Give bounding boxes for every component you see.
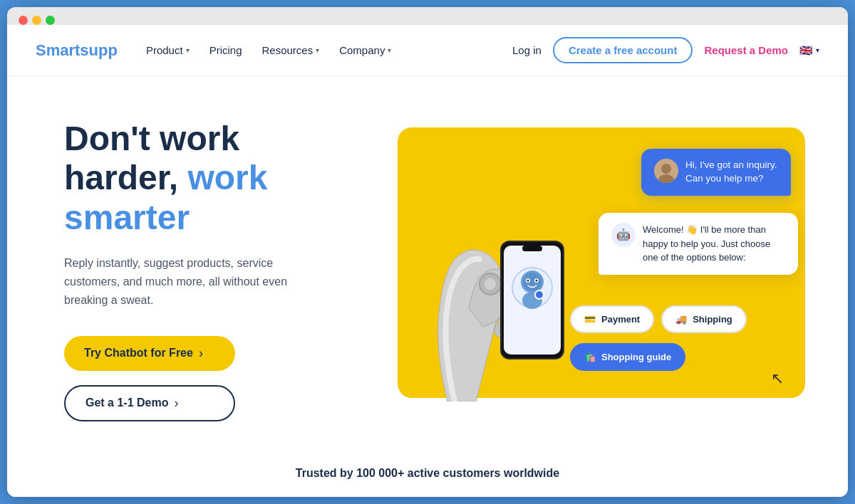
create-account-button[interactable]: Create a free account <box>553 37 693 63</box>
nav-resources[interactable]: Resources ▾ <box>261 44 319 56</box>
nav-actions: Log in Create a free account Request a D… <box>512 37 819 63</box>
shipping-icon: 🚚 <box>675 314 687 325</box>
arrow-right-icon: › <box>174 396 178 411</box>
browser-window: Smartsupp Product ▾ Pricing Resources ▾ … <box>7 7 848 497</box>
svg-point-19 <box>661 164 671 174</box>
chevron-down-icon: ▾ <box>316 46 319 54</box>
svg-rect-2 <box>508 305 525 336</box>
quick-replies: 💳 Payment 🚚 Shipping 🛍️ Shopping guide <box>570 305 798 371</box>
get-demo-button[interactable]: Get a 1-1 Demo › <box>64 385 235 421</box>
svg-rect-6 <box>501 241 564 359</box>
svg-point-14 <box>527 280 529 282</box>
traffic-lights <box>19 16 55 25</box>
user-chat-bubble: Hi, I've got an inquiry. Can you help me… <box>641 149 791 196</box>
hero-subtext: Reply instantly, suggest products, servi… <box>64 254 321 310</box>
browser-body: Smartsupp Product ▾ Pricing Resources ▾ … <box>7 25 848 497</box>
svg-point-0 <box>480 273 501 295</box>
language-selector[interactable]: 🇬🇧 ▾ <box>799 44 819 57</box>
shopping-icon: 🛍️ <box>584 352 596 362</box>
svg-point-1 <box>484 278 496 290</box>
svg-rect-7 <box>504 246 561 355</box>
nav-pricing[interactable]: Pricing <box>209 44 242 56</box>
svg-point-15 <box>536 280 538 282</box>
svg-point-17 <box>535 290 544 299</box>
shopping-guide-quick-reply[interactable]: 🛍️ Shopping guide <box>570 343 685 371</box>
nav-product[interactable]: Product ▾ <box>146 44 190 56</box>
nav-links: Product ▾ Pricing Resources ▾ Company ▾ <box>146 44 512 56</box>
chevron-down-icon: ▾ <box>388 46 391 54</box>
svg-rect-5 <box>497 319 519 337</box>
chevron-down-icon: ▾ <box>186 46 190 54</box>
hero-section: Don't work harder, work smarter Reply in… <box>7 76 848 450</box>
maximize-button[interactable] <box>46 16 55 25</box>
try-chatbot-button[interactable]: Try Chatbot for Free › <box>64 336 235 371</box>
shipping-quick-reply[interactable]: 🚚 Shipping <box>661 305 747 333</box>
svg-point-12 <box>526 278 530 283</box>
svg-rect-3 <box>521 308 532 337</box>
browser-chrome <box>7 7 848 25</box>
hero-headline: Don't work harder, work smarter <box>64 119 369 237</box>
bot-avatar: 🤖 <box>611 223 636 247</box>
svg-rect-4 <box>522 315 534 342</box>
svg-rect-8 <box>522 246 542 251</box>
svg-point-13 <box>534 278 539 283</box>
chevron-down-icon: ▾ <box>816 46 819 54</box>
hero-left: Don't work harder, work smarter Reply in… <box>64 119 398 421</box>
login-button[interactable]: Log in <box>512 44 542 56</box>
illustration-background: Hi, I've got an inquiry. Can you help me… <box>398 127 805 398</box>
payment-icon: 💳 <box>584 314 596 325</box>
svg-point-9 <box>512 268 552 308</box>
robot-arm-illustration <box>390 131 576 401</box>
cta-group: Try Chatbot for Free › Get a 1-1 Demo › <box>64 336 369 421</box>
close-button[interactable] <box>19 16 28 25</box>
logo[interactable]: Smartsupp <box>36 41 118 60</box>
hero-illustration: Hi, I've got an inquiry. Can you help me… <box>398 127 805 412</box>
nav-company[interactable]: Company ▾ <box>339 44 391 56</box>
cursor-indicator: ↖ <box>771 369 784 388</box>
bot-chat-bubble: 🤖 Welcome! 👋 I'll be more than happy to … <box>598 213 798 275</box>
trust-bar: Trusted by 100 000+ active customers wor… <box>7 450 848 497</box>
payment-quick-reply[interactable]: 💳 Payment <box>570 305 654 333</box>
navbar: Smartsupp Product ▾ Pricing Resources ▾ … <box>7 25 848 76</box>
minimize-button[interactable] <box>32 16 41 25</box>
user-avatar <box>654 159 678 183</box>
svg-point-16 <box>522 292 542 309</box>
request-demo-button[interactable]: Request a Demo <box>704 44 788 56</box>
svg-point-11 <box>523 273 542 291</box>
svg-point-10 <box>521 271 544 293</box>
arrow-right-icon: › <box>199 346 203 361</box>
